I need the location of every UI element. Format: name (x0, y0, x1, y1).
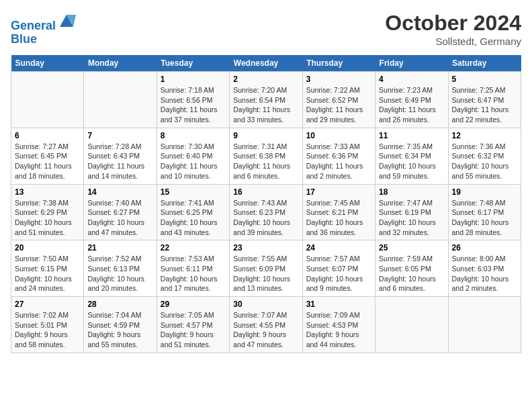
day-number: 1 (161, 75, 226, 84)
day-cell (84, 72, 157, 128)
day-number: 17 (306, 187, 371, 197)
weekday-header-friday: Friday (375, 55, 448, 72)
day-number: 16 (233, 187, 298, 197)
day-number: 30 (233, 300, 298, 309)
day-detail: Sunrise: 7:50 AM Sunset: 6:15 PM Dayligh… (15, 254, 80, 293)
day-cell: 2Sunrise: 7:20 AM Sunset: 6:54 PM Daylig… (230, 72, 302, 128)
day-detail: Sunrise: 7:05 AM Sunset: 4:57 PM Dayligh… (161, 310, 226, 350)
day-cell: 26Sunrise: 8:00 AM Sunset: 6:03 PM Dayli… (448, 240, 521, 297)
day-detail: Sunrise: 7:47 AM Sunset: 6:19 PM Dayligh… (379, 198, 444, 238)
day-detail: Sunrise: 7:43 AM Sunset: 6:23 PM Dayligh… (233, 198, 298, 238)
week-row-1: 1Sunrise: 7:18 AM Sunset: 6:56 PM Daylig… (11, 72, 521, 128)
day-cell: 15Sunrise: 7:41 AM Sunset: 6:25 PM Dayli… (157, 184, 229, 240)
weekday-header-row: SundayMondayTuesdayWednesdayThursdayFrid… (11, 55, 521, 72)
day-cell: 28Sunrise: 7:04 AM Sunset: 4:59 PM Dayli… (84, 297, 157, 353)
day-number: 31 (306, 300, 371, 309)
day-number: 9 (233, 131, 298, 140)
day-detail: Sunrise: 7:23 AM Sunset: 6:49 PM Dayligh… (379, 85, 444, 125)
day-number: 14 (87, 187, 152, 197)
day-number: 20 (15, 243, 80, 253)
title-block: October 2024 Sollstedt, Germany (385, 11, 521, 47)
day-cell: 11Sunrise: 7:35 AM Sunset: 6:34 PM Dayli… (375, 128, 448, 184)
week-row-5: 27Sunrise: 7:02 AM Sunset: 5:01 PM Dayli… (11, 297, 521, 353)
day-cell: 3Sunrise: 7:22 AM Sunset: 6:52 PM Daylig… (302, 72, 375, 128)
day-cell: 5Sunrise: 7:25 AM Sunset: 6:47 PM Daylig… (448, 72, 521, 128)
day-number: 13 (15, 187, 80, 197)
day-number: 5 (452, 75, 517, 84)
day-number: 8 (161, 131, 226, 140)
day-number: 6 (15, 131, 80, 140)
day-detail: Sunrise: 7:41 AM Sunset: 6:25 PM Dayligh… (161, 198, 226, 238)
month-title: October 2024 (385, 11, 521, 36)
day-number: 28 (87, 300, 152, 309)
day-cell: 25Sunrise: 7:59 AM Sunset: 6:05 PM Dayli… (375, 240, 448, 297)
day-number: 24 (306, 243, 371, 253)
day-detail: Sunrise: 7:33 AM Sunset: 6:36 PM Dayligh… (306, 142, 371, 181)
day-cell: 19Sunrise: 7:48 AM Sunset: 6:17 PM Dayli… (448, 184, 521, 240)
day-cell: 18Sunrise: 7:47 AM Sunset: 6:19 PM Dayli… (375, 184, 448, 240)
day-number: 19 (452, 187, 517, 197)
day-cell: 9Sunrise: 7:31 AM Sunset: 6:38 PM Daylig… (230, 128, 302, 184)
page-header: General Blue October 2024 Sollstedt, Ger… (11, 11, 521, 47)
day-cell: 1Sunrise: 7:18 AM Sunset: 6:56 PM Daylig… (157, 72, 229, 128)
weekday-header-thursday: Thursday (302, 55, 375, 72)
day-detail: Sunrise: 7:38 AM Sunset: 6:29 PM Dayligh… (15, 198, 80, 238)
day-cell: 27Sunrise: 7:02 AM Sunset: 5:01 PM Dayli… (11, 297, 84, 353)
day-number: 21 (87, 243, 152, 253)
location: Sollstedt, Germany (385, 36, 521, 47)
day-number: 4 (379, 75, 444, 84)
day-cell: 24Sunrise: 7:57 AM Sunset: 6:07 PM Dayli… (302, 240, 375, 297)
day-number: 27 (15, 300, 80, 309)
day-cell: 13Sunrise: 7:38 AM Sunset: 6:29 PM Dayli… (11, 184, 84, 240)
day-number: 7 (87, 131, 152, 140)
day-detail: Sunrise: 8:00 AM Sunset: 6:03 PM Dayligh… (452, 254, 517, 293)
day-cell: 29Sunrise: 7:05 AM Sunset: 4:57 PM Dayli… (157, 297, 229, 353)
day-cell (375, 297, 448, 353)
calendar-table: SundayMondayTuesdayWednesdayThursdayFrid… (11, 55, 521, 353)
day-number: 29 (161, 300, 226, 309)
day-cell: 16Sunrise: 7:43 AM Sunset: 6:23 PM Dayli… (230, 184, 302, 240)
day-cell: 17Sunrise: 7:45 AM Sunset: 6:21 PM Dayli… (302, 184, 375, 240)
weekday-header-sunday: Sunday (11, 55, 84, 72)
day-detail: Sunrise: 7:40 AM Sunset: 6:27 PM Dayligh… (87, 198, 152, 238)
day-number: 26 (452, 243, 517, 253)
logo-icon (57, 11, 76, 30)
day-cell: 21Sunrise: 7:52 AM Sunset: 6:13 PM Dayli… (84, 240, 157, 297)
week-row-3: 13Sunrise: 7:38 AM Sunset: 6:29 PM Dayli… (11, 184, 521, 240)
day-number: 2 (233, 75, 298, 84)
logo-blue: Blue (11, 33, 76, 46)
day-cell: 12Sunrise: 7:36 AM Sunset: 6:32 PM Dayli… (448, 128, 521, 184)
day-detail: Sunrise: 7:48 AM Sunset: 6:17 PM Dayligh… (452, 198, 517, 238)
week-row-2: 6Sunrise: 7:27 AM Sunset: 6:45 PM Daylig… (11, 128, 521, 184)
day-number: 15 (161, 187, 226, 197)
day-number: 12 (452, 131, 517, 140)
day-detail: Sunrise: 7:18 AM Sunset: 6:56 PM Dayligh… (161, 85, 226, 125)
day-cell: 4Sunrise: 7:23 AM Sunset: 6:49 PM Daylig… (375, 72, 448, 128)
day-cell: 7Sunrise: 7:28 AM Sunset: 6:43 PM Daylig… (84, 128, 157, 184)
weekday-header-tuesday: Tuesday (157, 55, 229, 72)
day-detail: Sunrise: 7:20 AM Sunset: 6:54 PM Dayligh… (233, 85, 298, 125)
day-number: 11 (379, 131, 444, 140)
day-cell (448, 297, 521, 353)
day-cell: 8Sunrise: 7:30 AM Sunset: 6:40 PM Daylig… (157, 128, 229, 184)
day-cell: 30Sunrise: 7:07 AM Sunset: 4:55 PM Dayli… (230, 297, 302, 353)
day-detail: Sunrise: 7:27 AM Sunset: 6:45 PM Dayligh… (15, 142, 80, 181)
day-detail: Sunrise: 7:22 AM Sunset: 6:52 PM Dayligh… (306, 85, 371, 125)
day-number: 25 (379, 243, 444, 253)
day-cell: 23Sunrise: 7:55 AM Sunset: 6:09 PM Dayli… (230, 240, 302, 297)
day-detail: Sunrise: 7:45 AM Sunset: 6:21 PM Dayligh… (306, 198, 371, 238)
weekday-header-monday: Monday (84, 55, 157, 72)
day-detail: Sunrise: 7:52 AM Sunset: 6:13 PM Dayligh… (87, 254, 152, 293)
day-detail: Sunrise: 7:53 AM Sunset: 6:11 PM Dayligh… (161, 254, 226, 293)
logo-text: General (11, 11, 76, 33)
weekday-header-wednesday: Wednesday (230, 55, 302, 72)
logo: General Blue (11, 11, 76, 46)
day-number: 10 (306, 131, 371, 140)
day-cell: 6Sunrise: 7:27 AM Sunset: 6:45 PM Daylig… (11, 128, 84, 184)
day-detail: Sunrise: 7:59 AM Sunset: 6:05 PM Dayligh… (379, 254, 444, 293)
day-detail: Sunrise: 7:25 AM Sunset: 6:47 PM Dayligh… (452, 85, 517, 125)
day-detail: Sunrise: 7:04 AM Sunset: 4:59 PM Dayligh… (87, 310, 152, 350)
day-detail: Sunrise: 7:09 AM Sunset: 4:53 PM Dayligh… (306, 310, 371, 350)
day-number: 18 (379, 187, 444, 197)
day-detail: Sunrise: 7:31 AM Sunset: 6:38 PM Dayligh… (233, 142, 298, 181)
